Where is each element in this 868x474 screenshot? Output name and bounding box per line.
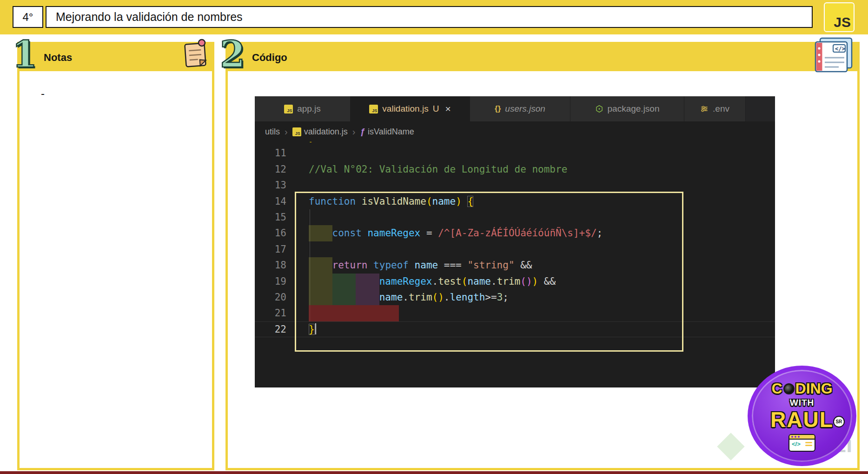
code-line-20: 20 name.trim().length>=3; [255,289,775,305]
editor-tab-app.js[interactable]: JSapp.js [255,96,351,121]
coding-with-raul-logo: CDING WITH RAUL SR </> [748,366,856,466]
symbol-method-icon: ƒ [360,127,365,137]
code-text: } [309,142,315,145]
json-braces-icon: {} [495,104,501,113]
bottom-divider-line [0,471,868,474]
camera-lens-icon [783,383,795,394]
notes-panel: Notas - [17,42,214,470]
code-line-22: 22} [255,321,775,337]
logo-coding-c: C [771,380,782,397]
js-logo-text: JS [834,14,851,30]
code-panel-title: Código [252,52,287,64]
line-number: 19 [255,274,286,289]
logo-line-with: WITH [790,398,815,408]
indent-highlight [309,305,399,321]
code-line-19: 19 nameRegex.test(name.trim()) && [255,274,775,289]
logo-window-code-glyph: </> [792,441,801,447]
code-line-18: 18 return typeof name === "string" && [255,257,775,273]
modified-indicator: U [433,104,439,114]
code-text: nameRegex.test(name.trim()) && [309,274,556,289]
editor-tab-.env[interactable]: .env [684,96,746,121]
logo-line-raul: RAUL [770,408,834,431]
code-line-10: 10} [255,142,775,145]
logo-circle: CDING WITH RAUL SR </> [748,366,856,466]
logo-coding-ding: DING [795,380,833,397]
notes-number-badge: 1 [12,36,37,73]
line-number: 13 [255,177,286,193]
sr-badge: SR [833,416,845,427]
line-number: 15 [255,209,286,225]
logo-window-titlebar [789,435,815,440]
code-line-11: 11 [255,145,775,161]
notes-content: - [41,87,45,100]
code-lines: 10}1112//Val N°02: Validación de Longitu… [255,142,775,337]
code-document-icon: </> [814,37,854,73]
page-title: Mejorando la validación de nombres [46,6,813,28]
editor-tab-package.json[interactable]: package.json [570,96,684,121]
code-line-21: 21 [255,305,775,321]
text-cursor [315,323,316,334]
js-logo: JS [824,2,855,32]
logo-browser-window-icon: </> [788,434,815,452]
breadcrumb-item-validation.js[interactable]: JSvalidation.js [292,127,348,137]
code-number-badge: 2 [220,36,245,73]
code-text: name.trim().length>=3; [309,289,509,305]
editor-tab-users.json[interactable]: {}users.json [470,96,570,121]
sticky-note-icon [183,38,209,69]
breadcrumb-separator: › [352,127,356,137]
tab-bar-empty-space [746,96,775,121]
line-number: 16 [255,225,286,241]
line-number: 12 [255,161,286,177]
page: 4° Mejorando la validación de nombres JS… [0,0,868,474]
line-number: 18 [255,257,286,273]
js-icon: JS [369,105,378,113]
code-text: } [309,321,316,337]
breadcrumb-separator: › [285,127,288,137]
code-line-13: 13 [255,177,775,193]
code-line-16: 16 const nameRegex = /^[A-Za-zÁÉÍÓÚáéíóú… [255,225,775,241]
line-number: 21 [255,305,286,321]
code-line-14: 14function isValidName(name) { [255,194,775,209]
editor-tab-bar: JSapp.jsJSvalidation.jsU×{}users.jsonpac… [255,96,775,121]
close-tab-icon[interactable]: × [445,103,451,114]
line-number: 22 [255,321,286,337]
code-text: function isValidName(name) { [309,194,473,209]
line-number: 20 [255,289,286,305]
code-text: const nameRegex = /^[A-Za-zÁÉÍÓÚáéíóúñÑ\… [309,225,603,241]
code-area[interactable]: 10}1112//Val N°02: Validación de Longitu… [255,142,775,387]
line-number: 11 [255,145,286,161]
code-text: //Val N°02: Validación de Longitud de no… [309,161,567,177]
code-line-17: 17 [255,241,775,257]
code-text: return typeof name === "string" && [309,257,532,273]
code-line-15: 15 [255,209,775,225]
code-panel-header: Código [228,44,857,71]
breadcrumb: utils›JSvalidation.js›ƒisValidName [255,121,775,142]
breadcrumb-item-utils[interactable]: utils [265,127,280,137]
vscode-editor: JSapp.jsJSvalidation.jsU×{}users.jsonpac… [255,96,775,387]
npm-hexagon-icon [595,105,603,113]
line-number: 14 [255,194,286,209]
line-number: 17 [255,241,286,257]
grade-badge: 4° [13,6,43,28]
js-icon: JS [284,105,293,113]
top-bar: 4° Mejorando la validación de nombres JS [0,0,868,34]
logo-window-lines [805,441,812,447]
code-line-12: 12//Val N°02: Validación de Longitud de … [255,161,775,177]
logo-line-coding: CDING [771,380,832,397]
js-icon: JS [292,127,301,136]
breadcrumb-item-isValidName[interactable]: ƒisValidName [360,127,414,137]
settings-sliders-icon [700,105,709,113]
svg-text:</>: </> [835,46,845,52]
editor-tab-validation.js[interactable]: JSvalidation.jsU× [351,96,470,121]
line-number: 10 [255,142,286,145]
notes-panel-title: Notas [44,52,72,64]
